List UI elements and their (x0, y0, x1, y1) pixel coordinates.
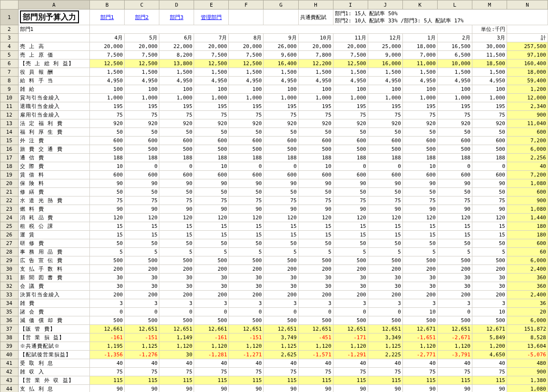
value-cell[interactable]: 12,651 (298, 325, 333, 333)
value-cell[interactable]: 15 (298, 231, 333, 239)
col-header-J[interactable]: J (368, 0, 402, 10)
row-header[interactable]: 17 (0, 154, 19, 162)
value-cell[interactable]: 600 (125, 171, 159, 179)
value-cell[interactable]: 75 (125, 196, 159, 205)
value-cell[interactable]: 100 (229, 85, 264, 94)
value-cell[interactable]: 15 (159, 231, 194, 239)
value-cell[interactable]: 75 (125, 111, 159, 119)
value-cell[interactable]: 100 (333, 85, 368, 94)
value-cell[interactable]: 1,000 (229, 94, 264, 102)
value-cell[interactable]: 12,200 (298, 59, 333, 68)
value-cell[interactable]: 4,950 (472, 77, 507, 85)
value-cell[interactable]: 15 (125, 231, 159, 239)
value-cell[interactable]: 30 (194, 274, 229, 282)
value-cell[interactable]: 0 (437, 308, 472, 316)
value-cell[interactable]: 90 (264, 385, 298, 392)
value-cell[interactable]: 1,500 (229, 68, 264, 77)
value-cell[interactable]: 920 (229, 119, 264, 128)
value-cell[interactable]: -451 (298, 333, 333, 342)
value-cell[interactable]: 90 (298, 179, 333, 188)
value-cell[interactable]: -1,651 (402, 333, 437, 342)
value-cell[interactable]: 100 (402, 85, 437, 94)
value-cell[interactable]: -3,791 (437, 351, 472, 359)
value-cell[interactable]: 600 (402, 171, 437, 179)
value-cell[interactable]: 500 (368, 145, 402, 154)
value-cell[interactable]: 75 (194, 196, 229, 205)
value-cell[interactable]: 3 (229, 299, 264, 308)
value-cell[interactable]: 1,500 (333, 68, 368, 77)
value-cell[interactable]: 4,950 (229, 77, 264, 85)
value-cell[interactable]: 75 (159, 111, 194, 119)
value-cell[interactable]: -1,271 (229, 351, 264, 359)
value-cell[interactable]: 195 (229, 102, 264, 111)
value-cell[interactable]: 3 (90, 299, 125, 308)
value-cell[interactable]: 500 (437, 145, 472, 154)
value-cell[interactable]: 188 (368, 154, 402, 162)
value-cell[interactable]: 1,500 (90, 68, 125, 77)
alloc-label[interactable]: 共通費配賦 (298, 10, 333, 25)
value-cell[interactable]: 12,500 (125, 59, 159, 68)
value-cell[interactable]: 500 (264, 256, 298, 265)
value-cell[interactable]: 500 (298, 256, 333, 265)
value-cell[interactable]: 15 (368, 222, 402, 231)
value-cell[interactable]: 10 (472, 308, 507, 316)
col-header-M[interactable]: M (472, 0, 507, 10)
value-cell[interactable]: 30 (159, 274, 194, 282)
value-cell[interactable]: 50 (229, 239, 264, 248)
value-cell[interactable]: 75 (90, 196, 125, 205)
value-cell[interactable]: 75 (402, 196, 437, 205)
value-cell[interactable]: 188 (333, 154, 368, 162)
value-cell[interactable]: 15 (159, 222, 194, 231)
value-cell[interactable]: 1,120 (437, 342, 472, 351)
row-header[interactable]: 26 (0, 231, 19, 239)
value-cell[interactable]: 1,200 (507, 85, 548, 94)
value-cell[interactable]: 360 (507, 282, 548, 291)
value-cell[interactable]: 15 (298, 222, 333, 231)
value-cell[interactable]: 188 (194, 154, 229, 162)
value-cell[interactable]: 1,000 (264, 94, 298, 102)
value-cell[interactable]: 600 (368, 171, 402, 179)
value-cell[interactable]: 1,500 (159, 68, 194, 77)
value-cell[interactable]: 2,400 (507, 265, 548, 274)
value-cell[interactable]: -1,356 (90, 351, 125, 359)
value-cell[interactable]: 500 (90, 256, 125, 265)
value-cell[interactable]: 5 (368, 248, 402, 256)
value-cell[interactable]: -151 (125, 333, 159, 342)
row-header[interactable]: 3 (0, 34, 19, 42)
value-cell[interactable]: 90 (368, 385, 402, 392)
value-cell[interactable]: 200 (125, 291, 159, 299)
value-cell[interactable]: 50 (472, 239, 507, 248)
value-cell[interactable]: 500 (229, 316, 264, 325)
value-cell[interactable]: 600 (229, 171, 264, 179)
col-header-B[interactable]: B (90, 0, 125, 10)
value-cell[interactable]: 1,120 (229, 342, 264, 351)
value-cell[interactable]: 500 (333, 316, 368, 325)
value-cell[interactable]: 4,950 (90, 77, 125, 85)
value-cell[interactable]: 15 (472, 231, 507, 239)
value-cell[interactable]: 90 (298, 385, 333, 392)
value-cell[interactable]: 30 (125, 274, 159, 282)
value-cell[interactable]: 12,500 (194, 59, 229, 68)
value-cell[interactable]: 500 (472, 316, 507, 325)
value-cell[interactable]: 30 (264, 282, 298, 291)
value-cell[interactable]: 12,500 (90, 59, 125, 68)
value-cell[interactable]: 500 (125, 145, 159, 154)
row-header[interactable]: 41 (0, 359, 19, 368)
value-cell[interactable]: 600 (194, 137, 229, 145)
value-cell[interactable]: 75 (333, 368, 368, 376)
value-cell[interactable]: 600 (264, 171, 298, 179)
col-header-E[interactable]: E (194, 0, 229, 10)
value-cell[interactable]: 188 (159, 154, 194, 162)
value-cell[interactable]: 90 (437, 179, 472, 188)
value-cell[interactable]: 1,500 (298, 68, 333, 77)
value-cell[interactable]: 40 (437, 359, 472, 368)
row-header[interactable]: 43 (0, 376, 19, 385)
value-cell[interactable]: 75 (437, 111, 472, 119)
value-cell[interactable]: 500 (402, 316, 437, 325)
value-cell[interactable]: 900 (507, 196, 548, 205)
value-cell[interactable]: 200 (298, 291, 333, 299)
value-cell[interactable]: 0 (159, 308, 194, 316)
value-cell[interactable]: 120 (194, 214, 229, 222)
value-cell[interactable]: 120 (298, 214, 333, 222)
value-cell[interactable]: 36 (507, 299, 548, 308)
